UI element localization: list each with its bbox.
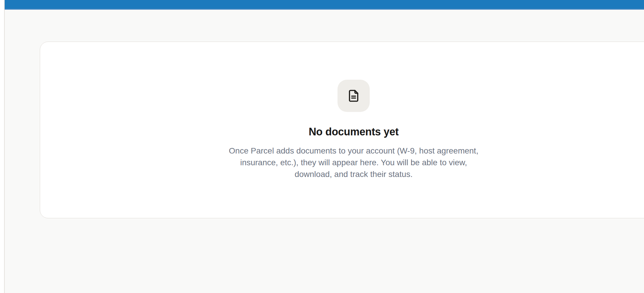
description-line: Once Parcel adds documents to your accou… [229,145,478,157]
left-gutter [0,0,5,293]
document-icon-tile [338,80,370,112]
description-line: download, and track their status. [229,168,478,180]
empty-state-title: No documents yet [309,125,398,138]
document-icon [346,88,361,103]
main-content-area: No documents yet Once Parcel adds docume… [5,0,644,293]
description-line: insurance, etc.), they will appear here.… [229,157,478,168]
empty-state-description: Once Parcel adds documents to your accou… [229,145,478,180]
documents-empty-state-card: No documents yet Once Parcel adds docume… [40,42,644,218]
top-accent-bar [5,0,644,10]
